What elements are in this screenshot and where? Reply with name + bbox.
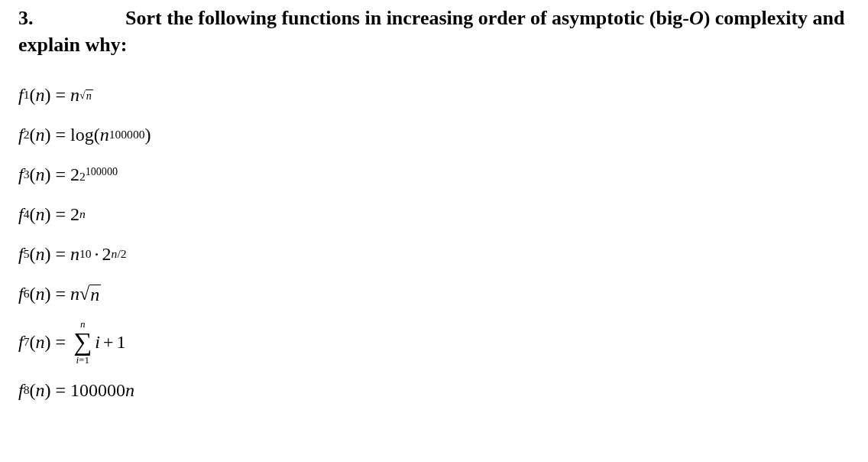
fn-arg: n — [35, 284, 44, 304]
term-1: 1 — [116, 332, 125, 353]
fn-sub: 2 — [24, 128, 30, 142]
term-i: i — [95, 332, 100, 353]
exp-10: 10 — [79, 247, 92, 261]
fn-name: f — [18, 164, 24, 185]
plus-sign: + — [103, 332, 114, 353]
cdot-icon: · — [95, 244, 99, 265]
rparen: ) — [44, 204, 50, 225]
radicand-n: n — [89, 285, 101, 304]
exp-2: 2 — [121, 247, 127, 260]
rparen: ) — [44, 85, 50, 106]
lparen: ( — [29, 284, 35, 304]
base-2: 2 — [102, 244, 112, 265]
exp-2-100000: 2100000 — [79, 165, 118, 184]
fn-sub: 8 — [24, 383, 30, 397]
problem-number: 3. — [18, 5, 125, 31]
equation-f7: f7(n) = n ∑ i=1 i + 1 — [18, 318, 850, 366]
factor-n: n — [70, 284, 79, 304]
fn-arg: n — [35, 204, 44, 225]
base-n: n — [70, 85, 79, 106]
sum-lower-1: 1 — [84, 354, 89, 366]
var-n: n — [125, 380, 134, 401]
fn-arg: n — [35, 164, 44, 185]
equation-f4: f4(n) = 2n — [18, 199, 850, 229]
lparen: ( — [29, 332, 35, 353]
problem-title-italic-o: O — [689, 7, 704, 29]
problem-page: 3.Sort the following functions in increa… — [0, 0, 868, 405]
equals-sign: = — [55, 284, 66, 304]
lparen: ( — [29, 164, 35, 185]
rparen: ) — [44, 125, 50, 145]
fn-arg: n — [35, 244, 44, 265]
problem-title-part1: Sort the following functions in increasi… — [125, 7, 689, 29]
fn-sub: 4 — [24, 207, 30, 221]
fn-sub: 6 — [24, 287, 30, 301]
sqrt-icon: √n — [79, 89, 93, 101]
fn-name: f — [18, 332, 24, 353]
exp-base-2: 2 — [79, 170, 86, 183]
equation-f3: f3(n) = 22100000 — [18, 159, 850, 190]
lparen: ( — [29, 85, 35, 106]
lparen: ( — [94, 125, 100, 145]
exponent-sqrt-n: √n — [79, 88, 93, 102]
problem-heading: 3.Sort the following functions in increa… — [18, 5, 850, 58]
lparen: ( — [29, 380, 35, 401]
base-2: 2 — [70, 204, 79, 225]
rparen: ) — [44, 284, 50, 304]
equals-sign: = — [55, 85, 66, 106]
fn-name: f — [18, 204, 24, 225]
exp-exp-100000: 100000 — [86, 165, 118, 177]
rparen: ) — [44, 332, 50, 353]
equals-sign: = — [55, 125, 66, 145]
sum-lower: i=1 — [76, 355, 89, 365]
equation-f2: f2(n) = log(n100000) — [18, 119, 850, 150]
lparen: ( — [29, 244, 35, 265]
equals-sign: = — [55, 164, 66, 185]
rparen: ) — [44, 380, 50, 401]
rparen: ) — [44, 164, 50, 185]
fn-name: f — [18, 125, 24, 145]
surd-glyph: √ — [79, 285, 89, 303]
fn-arg: n — [35, 332, 44, 353]
equation-f5: f5(n) = n10 · 2n/2 — [18, 239, 850, 269]
n-base: n — [70, 244, 79, 265]
lparen: ( — [29, 125, 35, 145]
exp-n: n — [79, 207, 86, 221]
fn-name: f — [18, 380, 24, 401]
equation-list: f1(n) = n√n f2(n) = log(n100000) f3(n) =… — [18, 80, 850, 405]
coef-100000: 100000 — [70, 380, 125, 401]
fn-arg: n — [35, 85, 44, 106]
equation-f6: f6(n) = n√n — [18, 278, 850, 309]
sigma-icon: ∑ — [73, 329, 92, 355]
surd-glyph: √ — [79, 89, 86, 100]
fn-name: f — [18, 284, 24, 304]
fn-name: f — [18, 85, 24, 106]
lparen: ( — [29, 204, 35, 225]
fn-arg: n — [35, 125, 44, 145]
radicand-n: n — [86, 89, 93, 101]
fn-sub: 7 — [24, 335, 30, 349]
inner-base: n — [100, 125, 109, 145]
equation-f1: f1(n) = n√n — [18, 80, 850, 110]
equation-f8: f8(n) = 100000n — [18, 375, 850, 405]
fn-name: f — [18, 244, 24, 265]
rparen: ) — [44, 244, 50, 265]
sigma-sum: n ∑ i=1 — [73, 319, 92, 365]
sqrt-n: √n — [79, 285, 101, 304]
log-text: log — [70, 125, 94, 145]
fn-sub: 5 — [24, 247, 30, 261]
equals-sign: = — [55, 204, 66, 225]
fn-sub: 1 — [24, 88, 30, 102]
fn-sub: 3 — [24, 168, 30, 181]
equals-sign: = — [55, 380, 66, 401]
base-2: 2 — [70, 164, 79, 185]
equals-sign: = — [55, 244, 66, 265]
exp-n-over-2: n/2 — [112, 247, 127, 261]
rparen: ) — [144, 125, 151, 145]
equals-sign: = — [55, 332, 66, 353]
fn-arg: n — [35, 380, 44, 401]
inner-exp: 100000 — [109, 128, 145, 142]
